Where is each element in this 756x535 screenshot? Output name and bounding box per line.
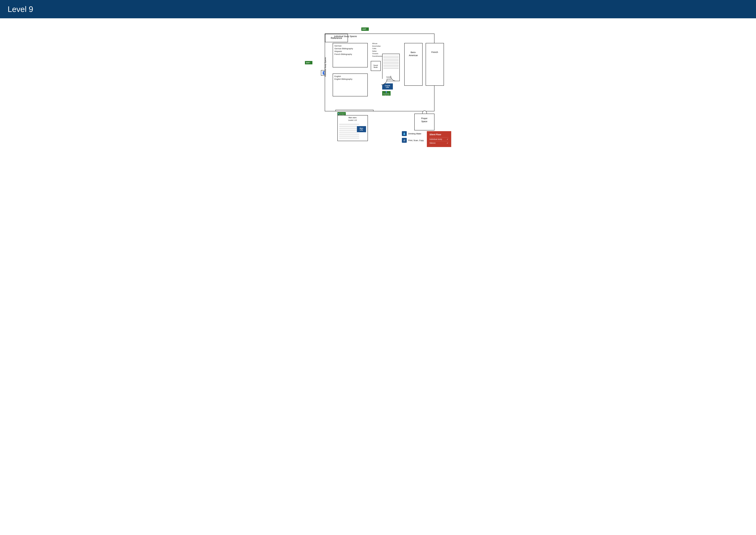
silent-floor-box: Silent Floor Individual study ✓ Silence … — [427, 131, 451, 147]
prayer-arc — [422, 111, 427, 114]
main-content: EXIT ↑ EXIT ↑ 🚹♿ 🖨 💧 Individual Study Sp… — [0, 18, 756, 535]
room-sound-booth: SoundBooth — [371, 61, 381, 71]
label-english: English — [335, 75, 366, 78]
exit-sign-left: EXIT ↑ — [305, 61, 312, 64]
room-german: German German Bibliography Hispanic Fren… — [333, 43, 368, 68]
room-ibero-american: Ibero-American — [404, 43, 422, 86]
page-header: Level 9 — [0, 0, 756, 18]
main-lifts: MainLifts — [357, 126, 366, 132]
silent-floor-individual-study: Individual study ✓ — [430, 137, 448, 141]
legend-area: 💧 Drinking Water 🖨 Print, Scan, Copy Sil… — [402, 131, 451, 147]
label-hispanic: Hispanic — [335, 50, 366, 53]
individual-study-rotated-label: Individual Study Spaces — [324, 57, 326, 77]
floor-map: EXIT ↑ EXIT ↑ 🚹♿ 🖨 💧 Individual Study Sp… — [305, 27, 451, 143]
label-german-bibliography: German Bibliography — [335, 47, 366, 50]
legend-drinking-water: 💧 Drinking Water — [402, 131, 424, 136]
label-french-bibliography: French Bibliography — [335, 53, 366, 56]
african-label: African Amerindian Celtic Italian Oceani… — [372, 42, 382, 57]
print-scan-icon: 🖨 — [402, 138, 407, 143]
legend-print-scan: 🖨 Print, Scan, Copy — [402, 138, 424, 143]
silent-floor-silence: Silence ✓ — [430, 141, 448, 145]
label-english-bibliography: English Bibliography — [335, 78, 366, 80]
room-french: French — [426, 43, 444, 86]
exit-sign-top: EXIT ↑ — [361, 27, 369, 31]
label-ibero-american: Ibero-American — [409, 51, 418, 57]
emergency-refuge-1: ♿Emergencyrefuge point — [382, 91, 391, 96]
corridor-top — [336, 110, 373, 111]
label-german: German — [335, 44, 366, 47]
label-main-stairs: Main stairsLevels 1-12 — [348, 117, 357, 121]
label-prayer-space: PrayerSpace — [421, 117, 427, 123]
room-prayer-space: PrayerSpace — [414, 114, 434, 130]
room-english: English English Bibliography — [333, 73, 368, 97]
stair-lines — [383, 55, 399, 71]
legend-print-scan-label: Print, Scan, Copy — [408, 139, 424, 142]
label-french: French — [431, 51, 438, 53]
main-stairs-box: Main stairsLevels 1-12 MainLifts — [338, 115, 368, 141]
legend-items: 💧 Drinking Water 🖨 Print, Scan, Copy — [402, 131, 424, 143]
drinking-water-icon: 💧 — [402, 131, 407, 136]
main-stair-lines — [339, 122, 359, 139]
legend-drinking-water-label: Drinking Water — [408, 132, 421, 135]
outer-room: Individual Study Spaces Individual Study… — [325, 34, 434, 111]
silent-floor-title: Silent Floor — [430, 133, 448, 136]
label-sound-booth: SoundBooth — [373, 65, 378, 68]
label-central-lifts: CentralLifts — [385, 85, 390, 88]
individual-study-top-label: Individual Study Spaces — [334, 35, 357, 38]
page-title: Level 9 — [8, 5, 33, 14]
